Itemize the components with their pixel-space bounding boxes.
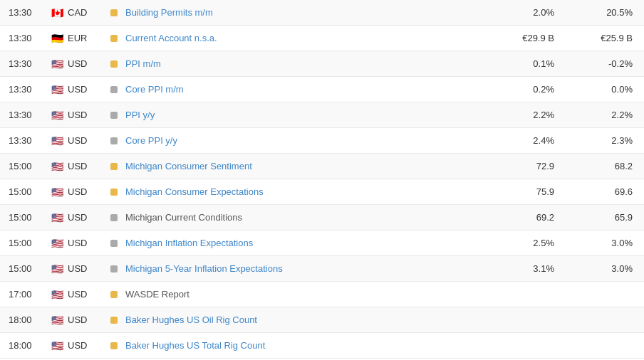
table-row: 13:30🇺🇸USDCore PPI y/y2.4%2.3% — [0, 128, 644, 154]
event-link[interactable]: Michigan 5-Year Inflation Expectations — [125, 263, 283, 274]
importance-dot — [110, 112, 118, 119]
event-name[interactable]: Michigan 5-Year Inflation Expectations — [121, 263, 487, 274]
currency-code: USD — [68, 263, 87, 274]
actual-value: 2.4% — [487, 135, 566, 146]
importance-dot — [110, 214, 118, 221]
country-flag: 🇩🇪 — [50, 33, 64, 43]
currency-code: USD — [68, 186, 87, 197]
event-link[interactable]: Core PPI m/m — [125, 84, 184, 95]
currency-code: CAD — [68, 7, 87, 18]
table-row: 13:30🇺🇸USDCore PPI m/m0.2%0.0% — [0, 77, 644, 102]
event-label: WASDE Report — [125, 289, 189, 300]
event-currency: 🇺🇸USD — [50, 212, 107, 223]
importance-indicator — [107, 163, 121, 170]
importance-dot — [110, 163, 118, 170]
importance-indicator — [107, 240, 121, 247]
currency-code: USD — [68, 110, 87, 120]
event-name[interactable]: Current Account n.s.a. — [121, 33, 487, 43]
event-name: WASDE Report — [121, 289, 487, 300]
event-name[interactable]: Building Permits m/m — [121, 7, 487, 18]
event-link[interactable]: PPI y/y — [125, 110, 155, 120]
importance-dot — [110, 189, 118, 196]
event-time: 13:30 — [0, 7, 50, 18]
actual-value: 0.1% — [487, 58, 566, 69]
table-row: 13:30🇺🇸USDPPI m/m0.1%-0.2% — [0, 51, 644, 77]
importance-dot — [110, 86, 118, 93]
event-name: Michigan Current Conditions — [121, 212, 487, 223]
importance-indicator — [107, 214, 121, 221]
table-row: 15:00🇺🇸USDMichigan Inflation Expectation… — [0, 231, 644, 256]
event-link[interactable]: Michigan Consumer Sentiment — [125, 161, 252, 171]
table-row: 18:00🇺🇸USDBaker Hughes US Oil Rig Count — [0, 307, 644, 333]
event-link[interactable]: Baker Hughes US Total Rig Count — [125, 340, 265, 351]
previous-value: 2.2% — [566, 110, 644, 120]
event-time: 17:00 — [0, 289, 50, 300]
event-link[interactable]: Baker Hughes US Oil Rig Count — [125, 314, 257, 325]
event-name[interactable]: Michigan Consumer Sentiment — [121, 161, 487, 171]
event-name[interactable]: PPI y/y — [121, 110, 487, 120]
table-row: 15:00🇺🇸USDMichigan Consumer Sentiment72.… — [0, 154, 644, 179]
currency-code: USD — [68, 161, 87, 171]
actual-value: 72.9 — [487, 161, 566, 171]
event-name[interactable]: PPI m/m — [121, 58, 487, 69]
event-currency: 🇺🇸USD — [50, 84, 107, 95]
country-flag: 🇺🇸 — [50, 290, 64, 300]
currency-code: USD — [68, 84, 87, 95]
actual-value: 2.0% — [487, 7, 566, 18]
currency-code: USD — [68, 238, 87, 248]
event-currency: 🇨🇦CAD — [50, 7, 107, 18]
country-flag: 🇺🇸 — [50, 110, 64, 120]
previous-value: 69.6 — [566, 186, 644, 197]
currency-code: USD — [68, 212, 87, 223]
importance-dot — [110, 291, 118, 298]
event-link[interactable]: Current Account n.s.a. — [125, 33, 217, 43]
event-currency: 🇺🇸USD — [50, 186, 107, 197]
event-name[interactable]: Michigan Consumer Expectations — [121, 186, 487, 197]
importance-indicator — [107, 60, 121, 68]
event-time: 15:00 — [0, 161, 50, 171]
event-name[interactable]: Core PPI y/y — [121, 135, 487, 146]
importance-indicator — [107, 35, 121, 42]
importance-indicator — [107, 112, 121, 119]
event-time: 15:00 — [0, 186, 50, 197]
country-flag: 🇺🇸 — [50, 162, 64, 171]
event-link[interactable]: Building Permits m/m — [125, 7, 213, 18]
previous-value: €25.9 B — [566, 33, 644, 43]
importance-indicator — [107, 86, 121, 93]
table-row: 18:00🇺🇸USDBaker Hughes US Total Rig Coun… — [0, 333, 644, 359]
importance-dot — [110, 265, 118, 272]
event-time: 18:00 — [0, 314, 50, 325]
event-time: 15:00 — [0, 238, 50, 248]
event-link[interactable]: Core PPI y/y — [125, 135, 177, 146]
event-currency: 🇺🇸USD — [50, 263, 107, 274]
previous-value: 20.5% — [566, 7, 644, 18]
importance-indicator — [107, 342, 121, 349]
event-link[interactable]: Michigan Consumer Expectations — [125, 186, 264, 197]
event-link[interactable]: PPI m/m — [125, 58, 161, 69]
event-currency: 🇺🇸USD — [50, 110, 107, 120]
event-name[interactable]: Baker Hughes US Oil Rig Count — [121, 314, 487, 325]
currency-code: EUR — [68, 33, 87, 43]
currency-code: USD — [68, 58, 87, 69]
table-row: 13:30🇺🇸USDPPI y/y2.2%2.2% — [0, 102, 644, 128]
event-currency: 🇺🇸USD — [50, 340, 107, 351]
previous-value: 0.0% — [566, 84, 644, 95]
event-name[interactable]: Baker Hughes US Total Rig Count — [121, 340, 487, 351]
table-row: 13:30🇩🇪EURCurrent Account n.s.a.€29.9 B€… — [0, 26, 644, 51]
event-link[interactable]: Michigan Inflation Expectations — [125, 238, 253, 248]
event-name[interactable]: Michigan Inflation Expectations — [121, 238, 487, 248]
country-flag: 🇺🇸 — [50, 341, 64, 351]
actual-value: 3.1% — [487, 263, 566, 274]
event-currency: 🇺🇸USD — [50, 161, 107, 171]
importance-dot — [110, 9, 118, 16]
country-flag: 🇺🇸 — [50, 315, 64, 325]
previous-value: 2.3% — [566, 135, 644, 146]
event-name[interactable]: Core PPI m/m — [121, 84, 487, 95]
table-row: 15:00🇺🇸USDMichigan 5-Year Inflation Expe… — [0, 256, 644, 282]
importance-dot — [110, 137, 118, 144]
importance-dot — [110, 240, 118, 247]
importance-dot — [110, 60, 118, 68]
event-time: 15:00 — [0, 263, 50, 274]
table-row: 17:00🇺🇸USDWASDE Report — [0, 282, 644, 307]
currency-code: USD — [68, 314, 87, 325]
